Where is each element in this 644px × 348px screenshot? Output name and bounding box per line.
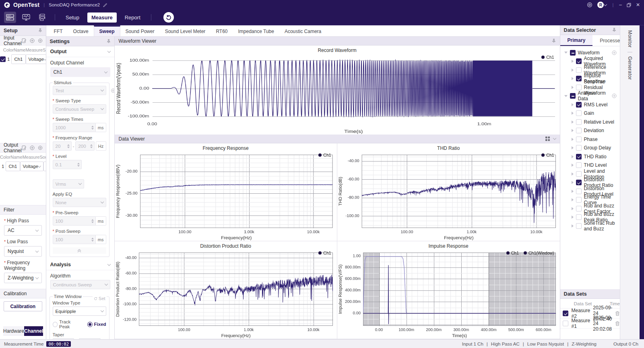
- pre-sweep-input[interactable]: 100: [53, 216, 96, 226]
- caret-right-icon[interactable]: [572, 60, 574, 63]
- avatar[interactable]: R: [597, 2, 604, 8]
- caret-right-icon[interactable]: [572, 172, 574, 176]
- calibration-button[interactable]: Calibration: [4, 301, 42, 311]
- tab-rt60[interactable]: RT60: [211, 25, 233, 36]
- caret-right-icon[interactable]: [572, 215, 574, 219]
- avatar-chevron-down-icon[interactable]: [604, 3, 607, 6]
- caret-right-icon[interactable]: [572, 198, 574, 201]
- track-peak-radio[interactable]: [53, 322, 58, 327]
- output-channel-select[interactable]: Ch1: [50, 67, 110, 77]
- level-input[interactable]: 0.1: [53, 160, 82, 169]
- close-button[interactable]: ✕: [636, 2, 640, 7]
- tree-checkbox[interactable]: [576, 110, 582, 116]
- tree-checkbox[interactable]: [576, 102, 582, 108]
- tree-checkbox[interactable]: [576, 214, 582, 220]
- caret-right-icon[interactable]: [572, 190, 574, 193]
- caret-right-icon[interactable]: [572, 77, 574, 80]
- settings-icon[interactable]: [587, 2, 592, 8]
- caret-right-icon[interactable]: [572, 112, 574, 115]
- tree-checkbox[interactable]: [576, 119, 582, 125]
- caret-right-icon[interactable]: [572, 146, 574, 149]
- stimulus-select[interactable]: Test: [53, 86, 106, 95]
- tree-checkbox[interactable]: [576, 76, 582, 81]
- tree-item-relative-level[interactable]: Relative Level: [560, 118, 620, 126]
- tab-impedance-tube[interactable]: Impedance Tube: [233, 25, 279, 36]
- frequency-weighting-select[interactable]: Z-Weighting: [4, 273, 42, 283]
- caret-right-icon[interactable]: [572, 181, 574, 184]
- collapse-group-button[interactable]: [53, 247, 106, 254]
- caret-right-icon[interactable]: [572, 86, 574, 89]
- pin-icon[interactable]: [552, 39, 556, 43]
- channel-name-input[interactable]: Ch1: [11, 54, 25, 64]
- pin-icon[interactable]: [612, 28, 616, 32]
- tree-checkbox[interactable]: [576, 223, 582, 229]
- apply-eq-select[interactable]: None: [53, 198, 106, 207]
- monitor-waveform-icon[interactable]: [20, 12, 32, 23]
- caret-right-icon[interactable]: [572, 224, 574, 228]
- hardware-rack-icon[interactable]: [4, 12, 16, 23]
- caret-right-icon[interactable]: [572, 207, 574, 210]
- caret-right-icon[interactable]: [572, 120, 574, 124]
- sweep-type-select[interactable]: Continuous Sweep: [53, 104, 106, 114]
- pin-icon[interactable]: [107, 39, 111, 44]
- maximize-button[interactable]: [627, 3, 631, 7]
- taper-max-input[interactable]: 10: [79, 338, 101, 339]
- tab-sound-level-meter[interactable]: Sound Level Meter: [160, 25, 211, 36]
- trash-icon[interactable]: [615, 311, 620, 316]
- tree-checkbox[interactable]: [576, 206, 582, 211]
- add-plot-icon[interactable]: [612, 50, 617, 55]
- grid-layout-icon[interactable]: [545, 136, 550, 141]
- sequence-flow-icon[interactable]: [36, 12, 48, 23]
- data-selector-tab-primary[interactable]: Primary: [560, 35, 593, 46]
- monitor-tab-vertical[interactable]: Monitor: [627, 30, 633, 48]
- tree-checkbox[interactable]: [576, 180, 582, 185]
- tree-item-thd-ratio[interactable]: THD Ratio: [560, 152, 620, 161]
- data-selector-tab-processed[interactable]: Processed: [592, 35, 620, 46]
- tab-acoustic-camera[interactable]: Acoustic Camera: [279, 25, 326, 36]
- caret-down-icon[interactable]: [564, 95, 568, 97]
- chart-canvas-fr[interactable]: [115, 151, 337, 241]
- chart-canvas-thd[interactable]: [337, 151, 560, 241]
- sweep-times-input[interactable]: 1000: [53, 123, 96, 132]
- tree-item-sonetrac-rub-and-buzz[interactable]: SoneTrac Rub and Buzz: [560, 222, 620, 230]
- nav-measure[interactable]: Measure: [87, 12, 117, 23]
- tree-item-phase[interactable]: Phase: [560, 135, 620, 144]
- layout-chevron-down-icon[interactable]: [553, 137, 556, 140]
- pin-icon[interactable]: [38, 28, 42, 33]
- set-time-window-link[interactable]: Set: [93, 296, 107, 301]
- tree-checkbox[interactable]: [570, 50, 576, 56]
- data-set-row-measure-1[interactable]: Measure #12025-09-24 20:02:08: [560, 319, 620, 329]
- caret-down-icon[interactable]: [564, 52, 568, 54]
- chart-canvas-record[interactable]: [115, 54, 560, 135]
- tree-checkbox[interactable]: [576, 67, 582, 73]
- tree-item-group-delay[interactable]: Group Delay: [560, 144, 620, 153]
- tree-checkbox[interactable]: [576, 58, 582, 64]
- tree-checkbox[interactable]: [576, 162, 582, 168]
- output-settings-gear-icon[interactable]: [38, 145, 43, 150]
- level-unit-select[interactable]: Vrms: [53, 179, 84, 188]
- nav-report[interactable]: Report: [121, 14, 144, 21]
- tree-checkbox[interactable]: [576, 85, 582, 90]
- output-name-input[interactable]: Ch1: [6, 162, 20, 171]
- undo-button[interactable]: [163, 12, 174, 23]
- tree-checkbox[interactable]: [576, 197, 582, 203]
- tree-checkbox[interactable]: [570, 93, 576, 99]
- channel-toggle-button[interactable]: Channel: [24, 326, 43, 336]
- tab-fft[interactable]: FFT: [49, 25, 68, 36]
- minimize-button[interactable]: –: [619, 2, 622, 7]
- tree-checkbox[interactable]: [576, 145, 582, 151]
- trash-icon[interactable]: [615, 321, 620, 326]
- post-sweep-input[interactable]: 100: [53, 235, 96, 244]
- chart-canvas-dpr[interactable]: [115, 249, 337, 339]
- output-section-header[interactable]: Output: [46, 46, 114, 57]
- generator-tab-vertical[interactable]: Generator: [627, 56, 633, 80]
- add-channel-icon[interactable]: [30, 38, 35, 43]
- channel-enabled-checkbox[interactable]: [0, 56, 6, 62]
- edit-output-icon[interactable]: [22, 145, 27, 150]
- tree-item-deviation[interactable]: Deviation: [560, 126, 620, 135]
- caret-right-icon[interactable]: [572, 164, 574, 167]
- tree-item-rms-level[interactable]: RMS Level: [560, 100, 620, 109]
- output-source-input[interactable]: Dev1: [43, 162, 46, 171]
- edit-project-icon[interactable]: [103, 3, 107, 7]
- measure-select[interactable]: Voltage: [26, 54, 46, 64]
